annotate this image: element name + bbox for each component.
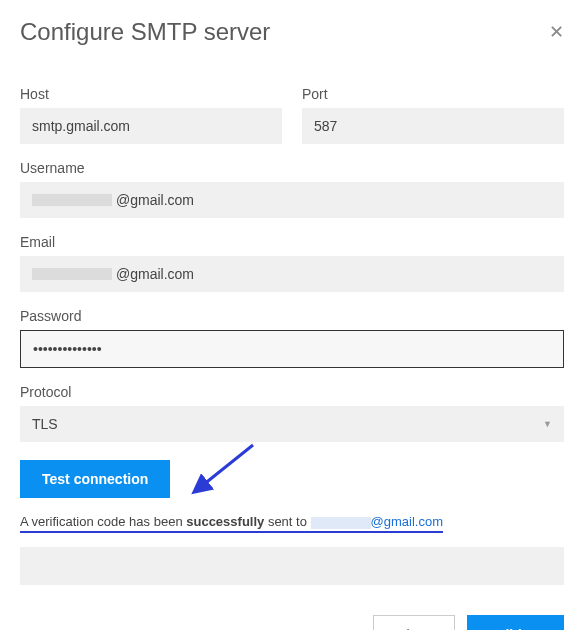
email-suffix: @gmail.com <box>116 266 194 282</box>
svg-line-1 <box>203 445 253 485</box>
protocol-label: Protocol <box>20 384 564 400</box>
test-connection-button[interactable]: Test connection <box>20 460 170 498</box>
email-field: Email @gmail.com <box>20 234 564 292</box>
password-field: Password <box>20 308 564 368</box>
protocol-value: TLS <box>32 416 58 432</box>
port-input[interactable] <box>302 108 564 144</box>
status-prefix: A verification code has been <box>20 514 186 529</box>
redacted-text <box>32 194 112 206</box>
protocol-field: Protocol TLS ▼ <box>20 384 564 442</box>
username-suffix: @gmail.com <box>116 192 194 208</box>
host-field: Host <box>20 86 282 144</box>
username-field: Username @gmail.com <box>20 160 564 218</box>
dialog-footer: Close Validate <box>20 615 564 630</box>
close-icon[interactable]: ✕ <box>549 23 564 41</box>
password-label: Password <box>20 308 564 324</box>
status-email: @gmail.com <box>371 514 443 529</box>
email-label: Email <box>20 234 564 250</box>
host-input[interactable] <box>20 108 282 144</box>
dialog-title: Configure SMTP server <box>20 18 270 46</box>
empty-panel <box>20 547 564 585</box>
status-mid: sent to <box>264 514 310 529</box>
username-input[interactable]: @gmail.com <box>20 182 564 218</box>
annotation-arrow-icon <box>188 440 268 500</box>
dialog-header: Configure SMTP server ✕ <box>20 18 564 46</box>
port-label: Port <box>302 86 564 102</box>
redacted-text <box>32 268 112 280</box>
username-label: Username <box>20 160 564 176</box>
redacted-text <box>311 517 371 529</box>
email-input[interactable]: @gmail.com <box>20 256 564 292</box>
protocol-select[interactable]: TLS ▼ <box>20 406 564 442</box>
status-strong: successfully <box>186 514 264 529</box>
port-field: Port <box>302 86 564 144</box>
close-button[interactable]: Close <box>373 615 455 630</box>
validate-button[interactable]: Validate <box>467 615 564 630</box>
chevron-down-icon: ▼ <box>543 419 552 429</box>
password-input[interactable] <box>20 330 564 368</box>
status-message: A verification code has been successfull… <box>20 514 443 533</box>
host-label: Host <box>20 86 282 102</box>
